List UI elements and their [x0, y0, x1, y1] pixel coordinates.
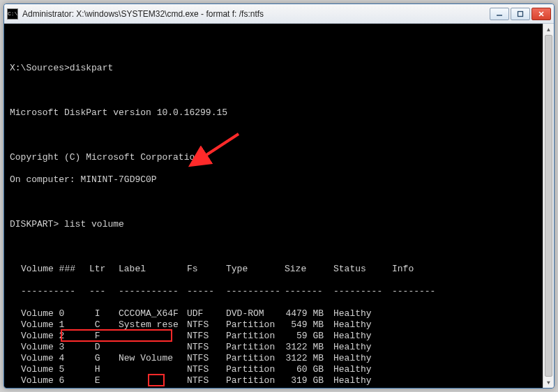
table-row: Volume 5 HNTFSPartition60 GBHealthy: [10, 364, 540, 375]
scroll-down-button[interactable]: ▼: [543, 377, 554, 388]
titlebar[interactable]: C:\ Administrator: X:\windows\SYSTEM32\c…: [4, 4, 554, 24]
annotation-arrow-icon: [152, 119, 244, 178]
cmd-diskpart: diskpart: [70, 63, 113, 74]
svg-rect-1: [518, 11, 523, 16]
vertical-scrollbar[interactable]: ▲ ▼: [543, 24, 554, 388]
table-row: Volume 1 CSystem reseNTFSPartition549 MB…: [10, 319, 540, 331]
cmd-window: C:\ Administrator: X:\windows\SYSTEM32\c…: [3, 3, 555, 389]
diskpart-prompt: DISKPART>: [10, 219, 59, 230]
copyright: Copyright (C) Microsoft Corporation.: [10, 152, 206, 163]
table-row: Volume 0 ICCCOMA_X64FUDFDVD-ROM4479 MBHe…: [10, 308, 540, 319]
maximize-button[interactable]: [511, 8, 530, 20]
scroll-track[interactable]: [543, 35, 554, 377]
diskpart-version: Microsoft DiskPart version 10.0.16299.15: [10, 107, 227, 119]
close-button[interactable]: [531, 8, 551, 20]
console-output[interactable]: X:\Sources>diskpart Microsoft DiskPart v…: [4, 24, 543, 388]
prompt: X:\Sources>: [10, 63, 70, 74]
table-row: Volume 4 GNew VolumeNTFSPartition3122 MB…: [10, 353, 540, 364]
minimize-button[interactable]: [490, 8, 509, 20]
console-area: X:\Sources>diskpart Microsoft DiskPart v…: [4, 24, 554, 388]
cmd-icon: C:\: [7, 8, 18, 20]
window-buttons: [490, 8, 551, 20]
scroll-thumb[interactable]: [545, 35, 552, 377]
scroll-up-button[interactable]: ▲: [543, 24, 554, 35]
table-header: Volume ### Ltr Label Fs Type Size Status…: [10, 264, 540, 275]
cmd-list-volume: list volume: [59, 219, 124, 230]
window-title: Administrator: X:\windows\SYSTEM32\cmd.e…: [22, 9, 490, 19]
table-row: Volume 2 FNTFSPartition59 GBHealthy: [10, 331, 540, 342]
table-separator: ---------- --- ----------- ----- -------…: [10, 286, 540, 297]
table-row: Volume 3 DNTFSPartition3122 MBHealthy: [10, 342, 540, 353]
on-computer: On computer: MININT-7GD9C0P: [10, 174, 157, 186]
table-row: Volume 6 ENTFSPartition319 GBHealthy: [10, 375, 540, 386]
